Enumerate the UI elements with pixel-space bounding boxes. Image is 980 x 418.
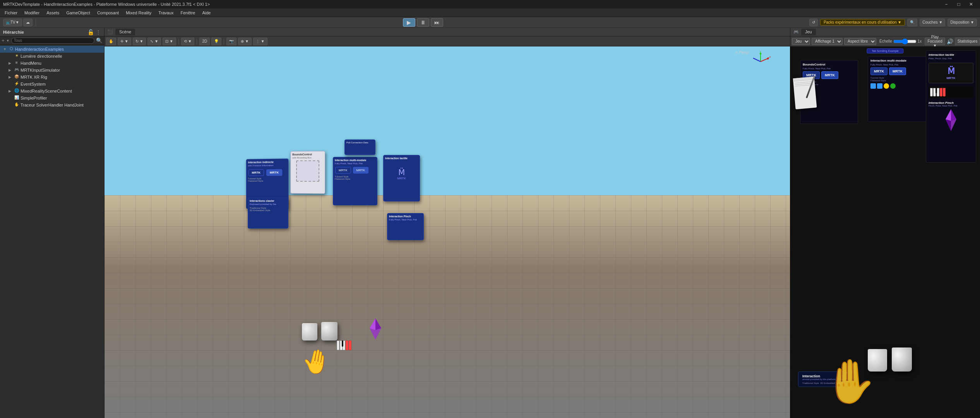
scale-tool-button[interactable]: ⤡ ▼ bbox=[147, 38, 161, 45]
gv-mm-btn-2: MRTK bbox=[889, 67, 906, 75]
gv-multimodal-panel: Interaction multi-modale Fully Pinch, Ne… bbox=[868, 56, 930, 122]
bounds-box bbox=[296, 160, 319, 182]
maximize-button[interactable]: □ bbox=[953, 0, 965, 9]
mrtk-logo: M̈ MRTK bbox=[392, 163, 411, 182]
mug-2 bbox=[321, 322, 338, 341]
hierarchy-dropdown-button[interactable]: ▼ bbox=[6, 39, 10, 43]
camera-button[interactable]: 📷 bbox=[226, 38, 236, 45]
rotate-tool-button[interactable]: ↻ ▼ bbox=[133, 38, 146, 45]
root-icon: ⬡ bbox=[9, 46, 14, 52]
more-options-button[interactable]: ⋮ ▼ bbox=[253, 38, 267, 45]
refresh-button[interactable]: ↺ bbox=[809, 19, 818, 26]
hierarchy-search-input[interactable] bbox=[11, 38, 94, 44]
toolbar-separator-2 bbox=[197, 38, 197, 45]
scene-icon: 🌐 bbox=[14, 88, 19, 94]
layers-button[interactable]: Couches ▼ bbox=[920, 19, 945, 26]
pause-button[interactable]: ⏸ bbox=[417, 18, 429, 27]
hierarchy-item-label: EventSystem bbox=[21, 82, 46, 86]
mrtk-btn-1: MRTK bbox=[248, 169, 264, 176]
gv-hand-shadow: 🤚 bbox=[823, 356, 876, 406]
game-display-select[interactable]: Jeu bbox=[792, 38, 810, 45]
hand-tool-button[interactable]: ✋ bbox=[106, 38, 116, 45]
mug-group-scene bbox=[302, 322, 338, 341]
add-item-button[interactable]: + bbox=[2, 38, 5, 43]
scene-grid bbox=[105, 195, 790, 418]
game-aspect-select[interactable]: Aspect libre bbox=[844, 38, 876, 45]
rect-tool-button[interactable]: ⊡ ▼ bbox=[163, 38, 176, 45]
hierarchy-item-lumiere[interactable]: ☀ Lumière directionnelle bbox=[0, 53, 104, 60]
game-tab[interactable]: Jeu bbox=[801, 29, 816, 35]
step-button[interactable]: ⏭ bbox=[431, 18, 443, 27]
tv-button[interactable]: 📺 TV ▼ bbox=[3, 19, 22, 26]
menu-modifier[interactable]: Modifier bbox=[21, 10, 43, 16]
toolbar-separator-1 bbox=[178, 38, 179, 45]
gv-crystal-svg bbox=[942, 108, 960, 132]
content-area: Hiérarchie 🔓 ⋮ + ▼ 🔍 ▼ ⬡ HandInteraction… bbox=[0, 28, 980, 418]
menu-fichier[interactable]: Fichier bbox=[2, 10, 21, 16]
hierarchy-item-label: MRTK XR Rig bbox=[21, 75, 47, 79]
menu-aide[interactable]: Aide bbox=[199, 10, 214, 16]
cloud-icon: ☁ bbox=[26, 20, 30, 24]
gv-mug-2 bbox=[892, 347, 912, 372]
keyboard-title: Interactions clavier bbox=[250, 200, 286, 202]
menu-travaux[interactable]: Travaux bbox=[155, 10, 176, 16]
hierarchy-item-mrtkxr[interactable]: ▶ 📦 MRTK XR Rig bbox=[0, 74, 104, 81]
pinch-title: Interaction Pinch bbox=[389, 215, 422, 218]
multimodal-card: Interaction multi-modale Fully Pinch, Ne… bbox=[333, 157, 377, 205]
hierarchy-item-traceur[interactable]: ✋ Traceur SolverHandler HandJoint bbox=[0, 101, 104, 108]
nav-cube[interactable]: y x bbox=[750, 51, 771, 72]
gizmo-toggle[interactable]: ⊕ ▼ bbox=[238, 38, 252, 45]
play-focused-button[interactable]: Play Focused ▼ bbox=[925, 38, 945, 45]
gv-mm-tutored: Tutored Style bbox=[870, 77, 927, 79]
svg-marker-13 bbox=[946, 119, 951, 131]
experimental-packages-button[interactable]: Packs expérimentaux en cours d'utilisati… bbox=[820, 19, 905, 26]
audio-button[interactable]: 🔊 bbox=[947, 38, 953, 45]
hierarchy-item-root[interactable]: ▼ ⬡ HandInteractionExamples bbox=[0, 46, 104, 53]
hierarchy-more-button[interactable]: ⋮ bbox=[96, 29, 101, 35]
menu-assets[interactable]: Assets bbox=[43, 10, 62, 16]
hierarchy-item-mixedreality[interactable]: ▶ 🌐 MixedRealitySceneContent bbox=[0, 88, 104, 95]
hierarchy-item-eventsystem[interactable]: ⚡ EventSystem bbox=[0, 81, 104, 88]
disposition-button[interactable]: Disposition ▼ bbox=[947, 19, 977, 26]
scene-tab[interactable]: Scène bbox=[115, 29, 135, 35]
scale-slider[interactable] bbox=[893, 39, 917, 44]
search-button[interactable]: 🔍 bbox=[907, 19, 917, 26]
arrow-icon: ▼ bbox=[3, 47, 9, 51]
svg-marker-12 bbox=[951, 109, 956, 121]
gv-tactile-title: Interaction tactile bbox=[929, 53, 973, 57]
hierarchy-lock-button[interactable]: 🔓 bbox=[87, 29, 94, 35]
game-toolbar: Jeu Affichage 1 Aspect libre Échelle 1x … bbox=[790, 36, 980, 46]
hierarchy-search-button[interactable]: 🔍 bbox=[96, 38, 103, 43]
svg-marker-9 bbox=[375, 318, 381, 330]
scale-value: 1x bbox=[918, 39, 922, 43]
minimize-button[interactable]: − bbox=[941, 0, 952, 9]
close-button[interactable]: ✕ bbox=[965, 0, 977, 9]
hierarchy-item-simpleprofiler[interactable]: 📊 SimpleProfiler bbox=[0, 95, 104, 101]
black-key bbox=[342, 341, 343, 347]
menu-gameobject[interactable]: GameObject bbox=[63, 10, 93, 16]
hierarchy-item-label: Lumière directionnelle bbox=[21, 54, 62, 58]
gv-wk1 bbox=[930, 88, 933, 96]
menu-composant[interactable]: Composant bbox=[94, 10, 122, 16]
gv-mrtk-logo-box: M̈ MRTK bbox=[929, 63, 973, 83]
multimodal-subtitle: Fully Pinch, Near Pick, Pok bbox=[335, 162, 375, 165]
tv-group: 📺 TV ▼ ☁ bbox=[3, 19, 36, 26]
game-affichage-select[interactable]: Affichage 1 bbox=[812, 38, 843, 45]
stats-button[interactable]: Statistiques bbox=[955, 38, 980, 45]
2d-toggle[interactable]: 2D bbox=[199, 38, 210, 45]
hierarchy-item-handmenu[interactable]: ▶ ≡ HandMenu bbox=[0, 60, 104, 67]
lighting-button[interactable]: 💡 bbox=[211, 38, 221, 45]
mm-btn-1: MRTK bbox=[335, 167, 351, 174]
menu-mixed-reality[interactable]: Mixed Reality bbox=[123, 10, 154, 16]
hierarchy-item-mrtkinput[interactable]: ▶ 🎮 MRTKInputSimulator bbox=[0, 67, 104, 74]
menu-fenetre[interactable]: Fenêtre bbox=[178, 10, 199, 16]
play-button[interactable]: ▶ bbox=[403, 18, 415, 27]
move-tool-button[interactable]: ✛ ▼ bbox=[118, 38, 131, 45]
card-subtitle: with Freature Information bbox=[248, 164, 287, 167]
toolbar-separator-3 bbox=[224, 38, 224, 45]
global-tool-button[interactable]: ⟲ ▼ bbox=[181, 38, 195, 45]
game-header: 🎮 Jeu bbox=[790, 28, 980, 36]
gv-mm-title: Interaction multi-modale bbox=[870, 59, 927, 62]
cloud-button[interactable]: ☁ bbox=[23, 19, 33, 26]
hierarchy-list: ▼ ⬡ HandInteractionExamples ☀ Lumière di… bbox=[0, 45, 104, 418]
